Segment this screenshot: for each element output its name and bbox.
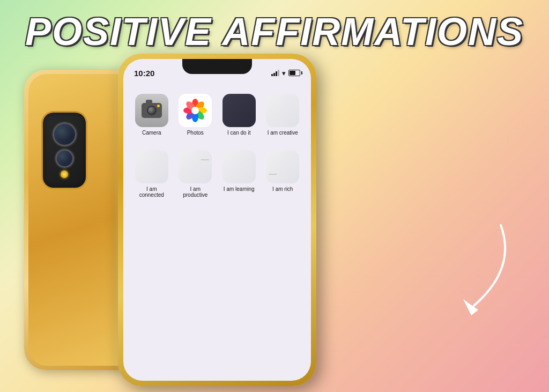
- app-camera[interactable]: Camera: [134, 94, 169, 142]
- app-i-am-productive[interactable]: I am productive: [178, 150, 213, 198]
- photos-label: Photos: [187, 130, 204, 136]
- page-title: POSITIVE AFFIRMATIONS: [25, 10, 524, 54]
- svg-point-8: [191, 107, 199, 114]
- main-lens: [53, 122, 77, 146]
- phone-screen: 10:20 ▾: [123, 59, 311, 381]
- wifi-icon: ▾: [282, 69, 286, 77]
- battery-icon: [288, 70, 300, 76]
- status-icons: ▾: [271, 69, 300, 77]
- i-am-connected-icon: [135, 150, 168, 183]
- notch: [182, 59, 252, 74]
- app-grid: Camera: [131, 88, 303, 203]
- i-am-productive-label: I am productive: [178, 186, 213, 198]
- app-i-am-rich[interactable]: I am rich: [265, 150, 301, 198]
- camera-flash: [61, 171, 68, 178]
- i-am-rich-label: I am rich: [272, 186, 293, 192]
- i-am-productive-icon: [179, 150, 212, 183]
- back-camera-module: [43, 113, 86, 188]
- camera-label: Camera: [142, 130, 161, 136]
- app-i-can-do-it[interactable]: I can do it: [221, 94, 257, 142]
- svg-marker-9: [463, 299, 478, 315]
- i-can-do-it-icon: [222, 94, 256, 127]
- status-time: 10:20: [134, 69, 154, 78]
- camera-icon: [135, 94, 168, 127]
- app-photos[interactable]: Photos: [178, 94, 213, 142]
- arrow-curve: [431, 215, 517, 324]
- app-i-am-learning[interactable]: I am learning: [221, 150, 257, 198]
- photos-icon: [179, 94, 212, 127]
- i-am-connected-label: I am connected: [134, 186, 169, 198]
- i-am-creative-icon: [266, 94, 299, 127]
- i-am-creative-label: I am creative: [268, 130, 298, 136]
- i-can-do-it-label: I can do it: [227, 130, 250, 136]
- phone-front: 10:20 ▾: [118, 54, 316, 386]
- i-am-learning-label: I am learning: [224, 186, 255, 192]
- app-i-am-connected[interactable]: I am connected: [134, 150, 169, 198]
- i-am-rich-icon: [266, 150, 299, 183]
- signal-icon: [271, 70, 279, 76]
- i-am-learning-icon: [222, 150, 256, 183]
- secondary-lens: [55, 149, 74, 168]
- app-i-am-creative[interactable]: I am creative: [265, 94, 301, 142]
